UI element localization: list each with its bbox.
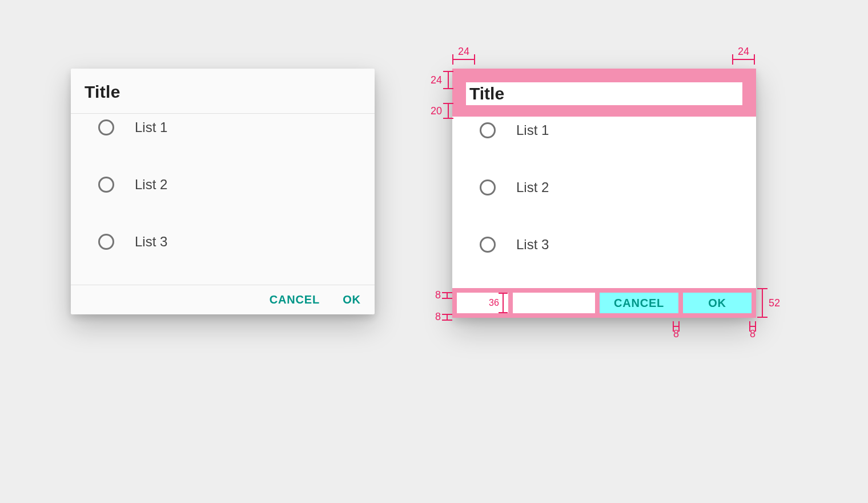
- radio-icon[interactable]: [480, 179, 496, 195]
- list-item[interactable]: List 2: [85, 156, 361, 213]
- measure-actions-height: 52: [762, 288, 780, 318]
- measure-pad-top: 24: [431, 71, 449, 89]
- list-item[interactable]: List 4: [85, 270, 361, 285]
- spec-action-spacer: 36: [457, 293, 508, 313]
- cancel-button[interactable]: CANCEL: [260, 290, 329, 310]
- spec-dialog: Title List 1 List 2 List 3 List 4: [452, 69, 756, 318]
- list-item[interactable]: List 3: [466, 216, 742, 273]
- ok-button[interactable]: OK: [333, 290, 370, 310]
- list-item[interactable]: List 4: [466, 273, 742, 288]
- list-item[interactable]: List 1: [85, 113, 361, 156]
- dialog-actions: CANCEL OK: [71, 285, 375, 314]
- list-item-label: List 1: [516, 122, 549, 138]
- spec-option-list: List 1 List 2 List 3 List 4: [452, 117, 756, 288]
- list-item-label: List 2: [135, 177, 167, 193]
- spec-actions: 36 CANCEL OK: [452, 288, 756, 318]
- spec-title-area: Title: [452, 69, 756, 117]
- list-item-label: List 3: [135, 234, 167, 250]
- measure-actions-pad-top: 8: [435, 289, 448, 301]
- spec-ok-button[interactable]: OK: [683, 293, 752, 313]
- measure-pad-left: 24: [452, 45, 475, 60]
- measure-button-gap-b: 8: [749, 326, 756, 341]
- dialog-title: Title: [85, 82, 361, 102]
- list-item[interactable]: List 1: [466, 117, 742, 159]
- radio-icon[interactable]: [98, 177, 114, 193]
- list-item[interactable]: List 2: [466, 159, 742, 216]
- measure-pad-right: 24: [732, 45, 755, 60]
- list-item[interactable]: List 3: [85, 213, 361, 270]
- measure-title-bottom: 20: [431, 103, 449, 119]
- spec-title: Title: [466, 82, 742, 105]
- radio-icon[interactable]: [480, 237, 496, 253]
- dialog-title-bar: Title: [71, 69, 375, 113]
- dialog-option-list[interactable]: List 1 List 2 List 3 List 4: [71, 113, 375, 285]
- list-item-label: List 3: [516, 237, 549, 253]
- measure-actions-pad-bottom: 8: [435, 311, 448, 323]
- list-item-label: List 1: [135, 119, 167, 135]
- radio-icon[interactable]: [480, 122, 496, 138]
- measure-button-height: 36: [489, 293, 540, 313]
- radio-icon[interactable]: [98, 234, 114, 250]
- radio-icon[interactable]: [98, 119, 114, 135]
- spec-cancel-button[interactable]: CANCEL: [600, 293, 678, 313]
- stage: Title List 1 List 2 List 3 List 4: [0, 0, 868, 503]
- dialog: Title List 1 List 2 List 3 List 4: [71, 69, 375, 314]
- measure-button-gap-a: 8: [673, 326, 680, 341]
- list-item-label: List 2: [516, 179, 549, 195]
